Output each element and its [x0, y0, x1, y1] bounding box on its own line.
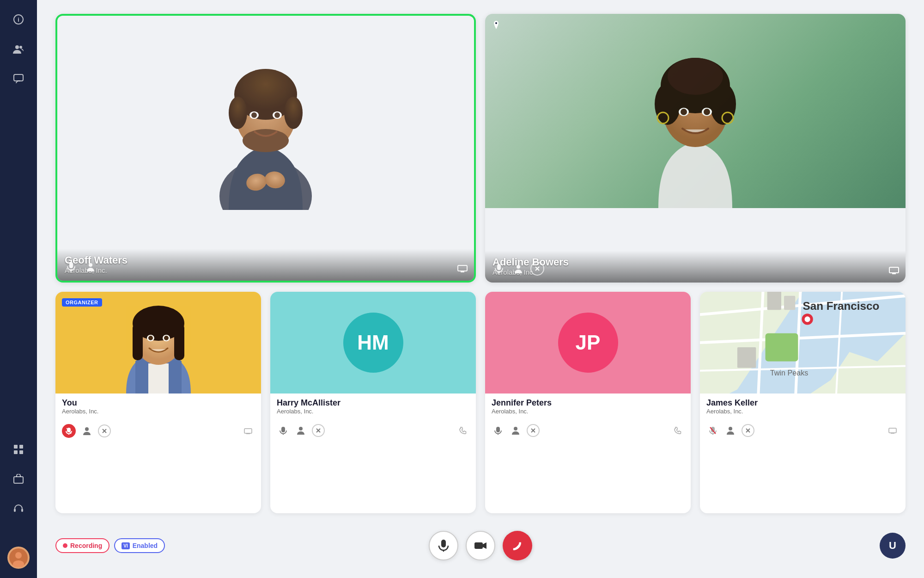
svg-rect-102 [889, 428, 896, 433]
svg-rect-53 [148, 363, 169, 394]
svg-rect-94 [737, 347, 756, 368]
you-controls [55, 420, 261, 443]
james-company: Aerolabs, Inc. [706, 408, 899, 415]
you-card-bottom: You Aerolabs, Inc. [55, 394, 261, 420]
headset-icon[interactable] [8, 498, 29, 519]
harry-initials: HM [343, 313, 403, 373]
svg-text:Twin Peaks: Twin Peaks [770, 369, 808, 377]
end-call-button[interactable] [503, 531, 532, 560]
svg-rect-28 [69, 262, 73, 268]
harry-person-icon[interactable] [294, 424, 307, 437]
bottom-left-badges: Recording VI Enabled [55, 538, 165, 553]
svg-point-91 [805, 316, 810, 322]
james-close-icon[interactable] [742, 424, 754, 437]
harry-phone-icon[interactable] [456, 424, 469, 437]
adeline-person-icon[interactable] [511, 261, 526, 276]
you-mic-muted-icon[interactable] [62, 424, 76, 438]
svg-point-44 [704, 109, 710, 115]
harry-name: Harry McAllister [277, 398, 469, 408]
main-content: Geoff Waters Aerolabs, Inc. [37, 0, 924, 578]
adeline-name-overlay: Adeline Bowers Aerolabs, Inc. [485, 251, 906, 283]
svg-rect-69 [244, 429, 252, 433]
svg-point-21 [243, 129, 289, 152]
svg-point-43 [681, 109, 687, 115]
geoff-name-overlay: Geoff Waters Aerolabs, Inc. [57, 249, 474, 281]
svg-rect-46 [497, 264, 501, 270]
user-avatar-sidebar[interactable] [7, 547, 30, 569]
james-controls [700, 420, 906, 442]
participant-card-harry: HM Harry McAllister Aerolabs, Inc. [270, 292, 476, 513]
organizer-badge: ORGANIZER [62, 298, 102, 307]
svg-rect-76 [496, 427, 500, 432]
share-icon[interactable] [8, 469, 29, 489]
top-right-avatar[interactable]: U [880, 533, 906, 559]
chat-icon[interactable] [8, 68, 29, 89]
bottom-bar: Recording VI Enabled [55, 527, 906, 564]
james-video: San Francisco Twin Peaks [700, 292, 906, 394]
jennifer-initials: JP [558, 313, 618, 373]
you-person-icon[interactable] [80, 424, 93, 437]
svg-point-78 [514, 427, 517, 430]
svg-rect-88 [766, 333, 798, 362]
svg-rect-6 [19, 445, 23, 449]
svg-point-73 [299, 427, 303, 430]
svg-point-61 [148, 336, 153, 340]
adeline-mic-icon[interactable] [492, 261, 506, 276]
jennifer-phone-icon[interactable] [671, 424, 684, 437]
sidebar: i [0, 0, 37, 578]
james-screen-icon[interactable] [886, 424, 899, 437]
svg-rect-10 [14, 509, 16, 512]
geoff-person-icon[interactable] [83, 259, 98, 274]
video-grid: Geoff Waters Aerolabs, Inc. [55, 14, 906, 513]
svg-point-45 [495, 22, 497, 24]
recording-label: Recording [70, 542, 102, 549]
harry-mic-icon[interactable] [277, 424, 290, 437]
james-card-bottom: James Keller Aerolabs, Inc. [700, 394, 906, 420]
adeline-pin-icon[interactable] [492, 20, 501, 31]
svg-point-48 [517, 265, 520, 269]
recording-badge[interactable]: Recording [55, 538, 109, 553]
svg-point-20 [284, 97, 303, 129]
camera-button[interactable] [466, 531, 495, 560]
you-screen-icon[interactable] [242, 424, 255, 437]
participant-card-adeline: Adeline Bowers Aerolabs, Inc. [485, 14, 906, 283]
svg-rect-4 [14, 74, 23, 81]
svg-point-99 [729, 427, 732, 430]
call-controls [429, 531, 532, 560]
harry-company: Aerolabs, Inc. [277, 408, 469, 415]
svg-point-38 [668, 58, 723, 95]
you-close-icon[interactable] [98, 424, 111, 437]
geoff-mic-icon[interactable] [64, 259, 79, 274]
jennifer-card-bottom: Jennifer Peters Aerolabs, Inc. [485, 394, 691, 420]
geoff-name: Geoff Waters [65, 254, 467, 266]
svg-point-66 [85, 427, 89, 431]
geoff-screen-icon[interactable] [457, 265, 468, 274]
adeline-company: Aerolabs, Inc. [492, 268, 898, 276]
info-icon[interactable]: i [8, 9, 29, 30]
adeline-screen-icon[interactable] [889, 267, 899, 276]
participant-card-geoff: Geoff Waters Aerolabs, Inc. [55, 14, 476, 283]
you-name: You [62, 398, 255, 408]
svg-rect-7 [14, 450, 18, 454]
james-mic-muted-icon[interactable] [706, 424, 719, 437]
svg-rect-8 [19, 450, 23, 454]
participant-card-you: ORGANIZER You Aerolabs, Inc. [55, 292, 261, 513]
grid-icon[interactable] [8, 439, 29, 460]
svg-text:i: i [18, 16, 19, 23]
jennifer-person-icon[interactable] [509, 424, 522, 437]
harry-controls [270, 420, 476, 442]
james-person-icon[interactable] [724, 424, 737, 437]
svg-point-2 [15, 45, 19, 49]
people-icon[interactable] [8, 39, 29, 59]
svg-rect-58 [174, 323, 184, 360]
vi-enabled-label: Enabled [133, 542, 158, 549]
harry-close-icon[interactable] [312, 424, 325, 437]
jennifer-close-icon[interactable] [527, 424, 540, 437]
adeline-close-icon[interactable] [530, 262, 544, 276]
you-video: ORGANIZER [55, 292, 261, 394]
jennifer-mic-icon[interactable] [492, 424, 505, 437]
bottom-row: ORGANIZER You Aerolabs, Inc. [55, 292, 906, 513]
mute-button[interactable] [429, 531, 458, 560]
vi-badge[interactable]: VI Enabled [114, 538, 165, 553]
svg-point-24 [251, 112, 257, 118]
